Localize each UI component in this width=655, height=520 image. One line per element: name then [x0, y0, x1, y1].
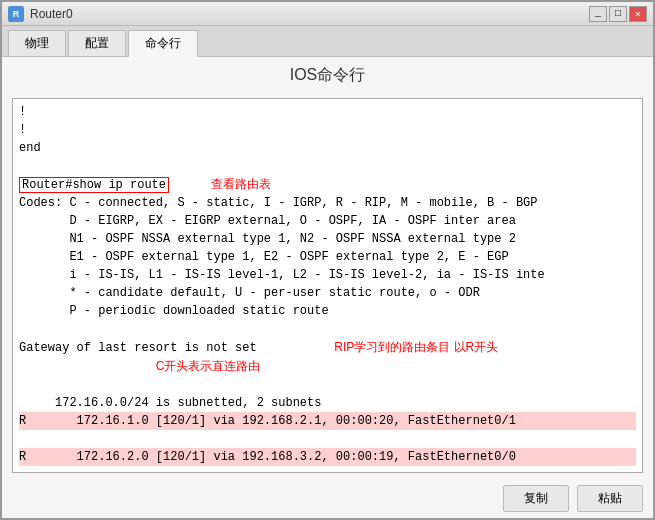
minimize-button[interactable]: _	[589, 6, 607, 22]
annotation-lookup: 查看路由表	[211, 177, 271, 191]
codes-line3: N1 - OSPF NSSA external type 1, N2 - OSP…	[19, 232, 516, 246]
main-window: R Router0 _ □ ✕ 物理 配置 命令行 IOS命令行 ! ! end…	[0, 0, 655, 520]
close-button[interactable]: ✕	[629, 6, 647, 22]
codes-line7: P - periodic downloaded static route	[19, 304, 329, 318]
copy-button[interactable]: 复制	[503, 485, 569, 512]
maximize-button[interactable]: □	[609, 6, 627, 22]
rip-route-2: R 172.16.2.0 [120/1] via 192.168.3.2, 00…	[19, 448, 636, 466]
line-3: end	[19, 141, 41, 155]
terminal-output[interactable]: ! ! end Router#show ip route 查看路由表 Codes…	[12, 98, 643, 473]
title-bar: R Router0 _ □ ✕	[2, 2, 653, 26]
tab-bar: 物理 配置 命令行	[2, 26, 653, 57]
line-1: !	[19, 105, 26, 119]
codes-line5: i - IS-IS, L1 - IS-IS level-1, L2 - IS-I…	[19, 268, 545, 282]
codes-line1: Codes: C - connected, S - static, I - IG…	[19, 196, 537, 210]
tab-physics[interactable]: 物理	[8, 30, 66, 56]
subnet-line: 172.16.0.0/24 is subnetted, 2 subnets	[19, 396, 321, 410]
footer-bar: 复制 粘贴	[2, 479, 653, 518]
paste-button[interactable]: 粘贴	[577, 485, 643, 512]
rip-route-1: R 172.16.1.0 [120/1] via 192.168.2.1, 00…	[19, 412, 636, 430]
page-title: IOS命令行	[2, 57, 653, 92]
window-icon: R	[8, 6, 24, 22]
terminal-lines: ! ! end Router#show ip route 查看路由表 Codes…	[19, 103, 636, 473]
content-area: ! ! end Router#show ip route 查看路由表 Codes…	[2, 92, 653, 479]
tab-commandline[interactable]: 命令行	[128, 30, 198, 57]
tab-config[interactable]: 配置	[68, 30, 126, 56]
window-title: Router0	[30, 7, 589, 21]
command-line: Router#show ip route 查看路由表	[19, 178, 271, 192]
command-highlight: Router#show ip route	[19, 177, 169, 193]
line-2: !	[19, 123, 26, 137]
gateway-line: Gateway of last resort is not set RIP学习到…	[19, 341, 498, 374]
window-controls: _ □ ✕	[589, 6, 647, 22]
codes-line4: E1 - OSPF external type 1, E2 - OSPF ext…	[19, 250, 509, 264]
rip-annotation: RIP学习到的路由条目 以R开头 C开头表示直连路由	[19, 340, 498, 373]
codes-line6: * - candidate default, U - per-user stat…	[19, 286, 480, 300]
codes-line2: D - EIGRP, EX - EIGRP external, O - OSPF…	[19, 214, 516, 228]
